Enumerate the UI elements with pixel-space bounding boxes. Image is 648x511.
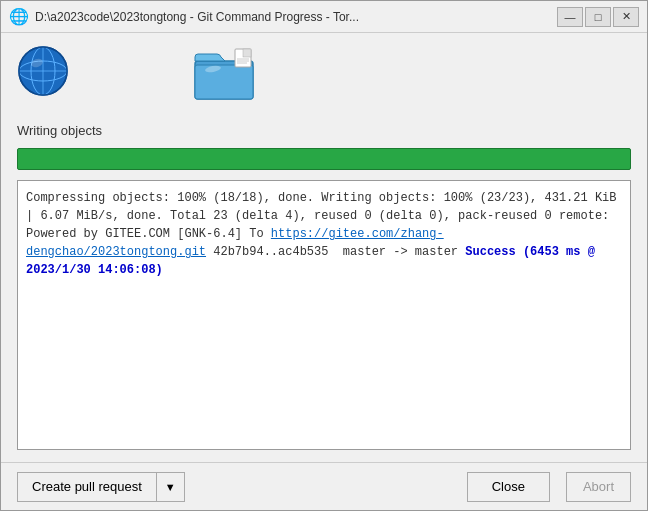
- main-window: 🌐 D:\a2023code\2023tongtong - Git Comman…: [0, 0, 648, 511]
- log-line: Total 23 (delta 4), reused 0 (delta 0), …: [170, 209, 552, 223]
- footer: Create pull request ▼ Close Abort: [1, 462, 647, 510]
- app-icon: 🌐: [9, 7, 29, 26]
- log-line: 42b7b94..ac4b535 master -> master: [213, 245, 458, 259]
- status-label: Writing objects: [17, 123, 631, 138]
- create-pull-dropdown-button[interactable]: ▼: [156, 472, 185, 502]
- svg-rect-8: [195, 65, 253, 99]
- maximize-button[interactable]: □: [585, 7, 611, 27]
- progress-bar: [17, 148, 631, 170]
- close-button[interactable]: Close: [467, 472, 550, 502]
- globe-icon: [17, 45, 73, 101]
- main-content: Writing objects Compressing objects: 100…: [1, 33, 647, 462]
- minimize-button[interactable]: —: [557, 7, 583, 27]
- title-bar-left: 🌐 D:\a2023code\2023tongtong - Git Comman…: [9, 7, 359, 26]
- window-controls: — □ ✕: [557, 7, 639, 27]
- title-bar: 🌐 D:\a2023code\2023tongtong - Git Comman…: [1, 1, 647, 33]
- footer-left: Create pull request ▼: [17, 472, 185, 502]
- window-title: D:\a2023code\2023tongtong - Git Command …: [35, 10, 359, 24]
- log-line: Compressing objects: 100% (18/18), done.: [26, 191, 314, 205]
- create-pull-request-button[interactable]: Create pull request: [17, 472, 156, 502]
- log-line: To: [249, 227, 271, 241]
- close-window-button[interactable]: ✕: [613, 7, 639, 27]
- svg-rect-11: [243, 49, 251, 57]
- folder-icon: [193, 45, 257, 105]
- footer-right: Close Abort: [467, 472, 631, 502]
- icons-row: [17, 45, 631, 109]
- log-area[interactable]: Compressing objects: 100% (18/18), done.…: [17, 180, 631, 450]
- abort-button[interactable]: Abort: [566, 472, 631, 502]
